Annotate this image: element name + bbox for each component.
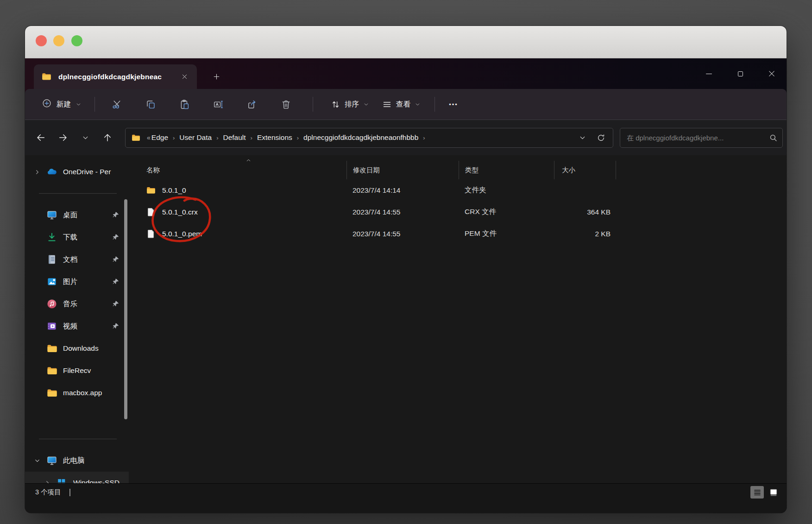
cut-icon[interactable] (106, 94, 127, 114)
new-item-label: 新建 (57, 100, 71, 109)
sidebar-item-label: 此电脑 (63, 456, 129, 466)
sidebar-item-videos[interactable]: 视频 (25, 315, 129, 337)
sidebar-item-label: 音乐 (63, 299, 112, 309)
breadcrumb-overflow-indicator[interactable]: « (147, 134, 151, 141)
recent-locations-chevron-icon[interactable] (75, 127, 95, 148)
breadcrumb-separator-icon[interactable]: › (246, 134, 257, 141)
folder-icon (46, 365, 57, 376)
address-bar[interactable]: « Edge › User Data › Default › Extension… (125, 128, 613, 148)
file-row[interactable]: 5.0.1_0.pem 2023/7/4 14:55 PEM 文件 2 KB (129, 223, 787, 245)
sidebar-item-pictures[interactable]: 图片 (25, 271, 129, 293)
sidebar-item-label: 图片 (63, 277, 112, 287)
sort-label: 排序 (345, 100, 359, 109)
toolbar-divider (434, 97, 435, 112)
file-type: 文件夹 (459, 185, 554, 195)
pictures-icon (46, 276, 57, 287)
previous-locations-chevron-icon[interactable] (573, 129, 592, 146)
rename-icon[interactable] (208, 94, 229, 114)
chevron-right-icon[interactable] (42, 480, 53, 484)
minimize-icon[interactable] (699, 64, 718, 83)
sidebar-item-macbox[interactable]: macbox.app (25, 382, 129, 404)
breadcrumb-extensions[interactable]: Extensions (257, 133, 292, 142)
chevron-right-icon[interactable] (31, 169, 43, 176)
sidebar-item-onedrive[interactable]: OneDrive - Per (25, 161, 129, 183)
sort-button[interactable]: 排序 (324, 94, 376, 114)
address-bar-row: « Edge › User Data › Default › Extension… (25, 120, 787, 155)
sidebar-item-label: Windows-SSD (73, 479, 129, 483)
column-header-type[interactable]: 类型 (459, 161, 554, 179)
sidebar-item-this-pc[interactable]: 此电脑 (25, 449, 129, 472)
command-bar: 新建 排序 (25, 89, 787, 120)
tab-title: dplnecggiofdkdcagdkjebneac (58, 73, 171, 81)
breadcrumb-separator-icon[interactable]: › (212, 134, 223, 141)
sidebar-item-downloads-pinned[interactable]: 下载 (25, 226, 129, 248)
search-input[interactable] (627, 134, 769, 142)
folder-icon (46, 343, 57, 354)
pin-icon (112, 300, 120, 308)
search-icon[interactable] (769, 133, 778, 142)
details-view-icon[interactable] (750, 486, 764, 499)
sidebar-item-downloads-folder[interactable]: Downloads (25, 337, 129, 360)
sidebar-scrollbar[interactable] (124, 199, 127, 419)
breadcrumb-edge[interactable]: Edge (151, 133, 168, 142)
file-name: 5.0.1_0 (162, 186, 186, 195)
column-header-size[interactable]: 大小 (554, 161, 616, 179)
pin-icon (112, 322, 120, 330)
forward-icon[interactable] (53, 127, 73, 148)
folder-icon (146, 185, 157, 195)
file-date: 2023/7/4 14:55 (346, 230, 459, 238)
toolbar-divider (313, 97, 313, 112)
breadcrumb-separator-icon[interactable]: › (292, 134, 303, 141)
up-icon[interactable] (97, 127, 118, 148)
explorer-tab[interactable]: dplnecggiofdkdcagdkjebneac (34, 64, 197, 89)
this-pc-monitor-icon (46, 455, 57, 466)
chevron-down-icon (76, 101, 82, 107)
file-row[interactable]: 5.0.1_0.crx 2023/7/4 14:55 CRX 文件 364 KB (129, 201, 787, 223)
mac-minimize-button[interactable] (53, 35, 64, 46)
breadcrumb-extension-id[interactable]: dplnecggiofdkdcagdkjebneaonfhbbb (303, 133, 418, 142)
large-icons-view-icon[interactable] (767, 486, 780, 499)
mac-close-button[interactable] (36, 35, 47, 46)
column-header-date-modified[interactable]: 修改日期 (346, 161, 459, 179)
file-row[interactable]: 5.0.1_0 2023/7/4 14:14 文件夹 (129, 179, 787, 201)
view-button[interactable]: 查看 (376, 94, 427, 114)
chevron-down-icon[interactable] (31, 457, 43, 464)
share-icon[interactable] (241, 94, 263, 114)
paste-icon[interactable] (174, 94, 195, 114)
file-icon (146, 229, 157, 239)
chevron-down-icon (363, 101, 369, 107)
music-note-icon (46, 298, 57, 309)
new-tab-button[interactable] (207, 67, 226, 86)
delete-icon[interactable] (275, 94, 296, 114)
file-size: 2 KB (554, 230, 616, 238)
column-header-name[interactable]: 名称 (129, 161, 346, 179)
mac-titlebar (25, 26, 787, 58)
breadcrumb-default[interactable]: Default (223, 133, 245, 142)
breadcrumb-user-data[interactable]: User Data (179, 133, 212, 142)
sidebar-item-label: OneDrive - Per (63, 168, 129, 176)
copy-icon[interactable] (140, 94, 161, 114)
pin-icon (112, 256, 120, 264)
back-icon[interactable] (31, 127, 51, 148)
close-window-icon[interactable] (762, 64, 781, 83)
new-item-button[interactable]: 新建 (39, 94, 84, 114)
sidebar-item-music[interactable]: 音乐 (25, 293, 129, 315)
pin-icon (112, 278, 120, 286)
breadcrumb-separator-icon[interactable]: › (418, 134, 429, 141)
window-controls (699, 58, 781, 89)
mac-zoom-button[interactable] (71, 35, 82, 46)
sidebar-item-desktop[interactable]: 桌面 (25, 204, 129, 226)
sidebar-item-filerecv[interactable]: FileRecv (25, 360, 129, 382)
breadcrumb-separator-icon[interactable]: › (168, 134, 179, 141)
sidebar-item-documents[interactable]: 文档 (25, 248, 129, 271)
file-size: 364 KB (554, 208, 616, 216)
maximize-icon[interactable] (731, 64, 749, 83)
sort-arrows-icon (331, 100, 340, 109)
navigation-pane: OneDrive - Per 桌面 (25, 155, 129, 483)
plus-circle-icon (42, 98, 52, 110)
more-options-icon[interactable]: ••• (443, 94, 464, 114)
sidebar-item-windows-ssd[interactable]: Windows-SSD (25, 472, 129, 483)
refresh-icon[interactable] (592, 129, 610, 146)
sidebar-item-label: 文档 (63, 255, 112, 265)
tab-close-icon[interactable] (177, 70, 191, 84)
